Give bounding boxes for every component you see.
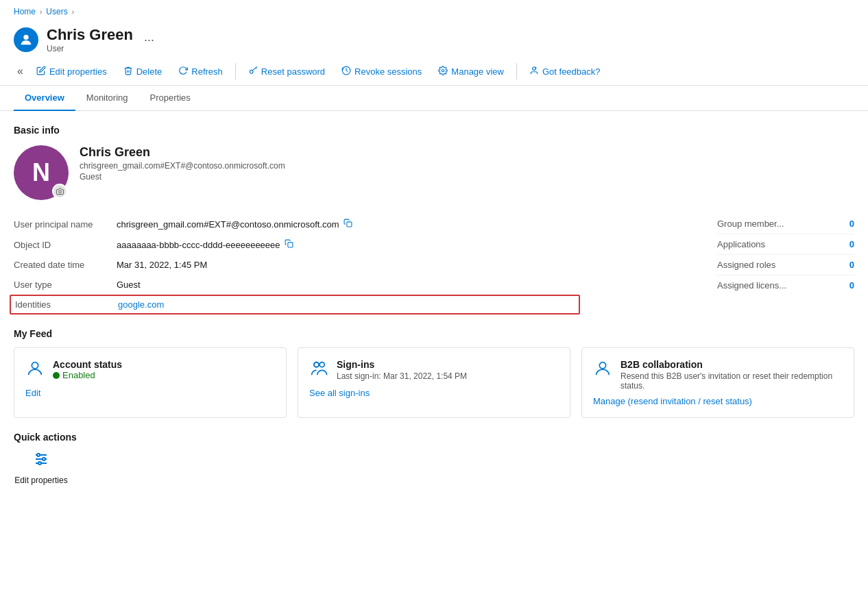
revoke-sessions-button[interactable]: Revoke sessions (335, 62, 429, 81)
stat-value-groupmembers[interactable]: 0 (849, 219, 854, 229)
info-row-created: Created date time Mar 31, 2022, 1:45 PM (14, 255, 690, 275)
basic-info-title: Basic info (14, 125, 854, 136)
breadcrumb: Home › Users › (0, 0, 868, 21)
delete-icon (123, 66, 133, 77)
svg-rect-8 (346, 222, 351, 227)
info-left: User principal name chrisgreen_gmail.com… (14, 214, 690, 314)
profile-type: Guest (80, 172, 285, 182)
stat-label-licenses: Assigned licens... (717, 280, 786, 291)
info-row-upn: User principal name chrisgreen_gmail.com… (14, 214, 690, 234)
account-status-title: Account status (53, 359, 122, 370)
svg-point-1 (250, 70, 253, 73)
clock-icon (341, 66, 351, 77)
quick-actions-title: Quick actions (14, 432, 854, 443)
refresh-button[interactable]: Refresh (171, 62, 230, 81)
account-status-info: Account status Enabled (53, 359, 122, 380)
tabs-nav: Overview Monitoring Properties (0, 86, 868, 111)
tab-properties[interactable]: Properties (139, 86, 202, 111)
tab-overview[interactable]: Overview (14, 86, 75, 111)
created-label: Created date time (14, 260, 117, 270)
sign-ins-info: Sign-ins Last sign-in: Mar 31, 2022, 1:5… (337, 359, 467, 381)
b2b-collab-header: B2B collaboration Resend this B2B user's… (593, 359, 843, 391)
stat-value-licenses[interactable]: 0 (849, 280, 854, 291)
stat-label-roles: Assigned roles (717, 260, 775, 270)
feed-cards: Account status Enabled Edit (14, 347, 854, 418)
profile-details: Chris Green chrisgreen_gmail.com#EXT#@co… (80, 145, 285, 182)
svg-point-20 (38, 462, 41, 465)
account-status-edit-link[interactable]: Edit (25, 388, 275, 398)
profile-email: chrisgreen_gmail.com#EXT#@contoso.onmicr… (80, 161, 285, 171)
account-status-icon (25, 359, 45, 382)
stat-value-roles[interactable]: 0 (849, 260, 854, 270)
stat-assigned-licenses: Assigned licens... 0 (717, 275, 854, 295)
identities-value: google.com (118, 299, 164, 310)
stat-group-members: Group member... 0 (717, 214, 854, 234)
b2b-collab-icon (593, 359, 612, 382)
svg-line-3 (256, 67, 256, 68)
account-status-header: Account status Enabled (25, 359, 275, 382)
b2b-manage-link[interactable]: Manage (resend invitation / reset status… (593, 396, 843, 406)
svg-point-19 (43, 458, 45, 460)
svg-point-7 (58, 190, 61, 193)
breadcrumb-home[interactable]: Home (14, 7, 36, 16)
svg-rect-9 (287, 243, 292, 247)
svg-point-14 (599, 362, 605, 369)
svg-point-18 (37, 454, 40, 456)
sliders-icon (33, 451, 49, 471)
toolbar: « Edit properties Delete Refresh Reset (0, 58, 868, 86)
edit-properties-button[interactable]: Edit properties (29, 62, 114, 81)
stat-value-apps[interactable]: 0 (849, 239, 854, 249)
key-icon (248, 66, 258, 77)
sign-ins-header: Sign-ins Last sign-in: Mar 31, 2022, 1:5… (309, 359, 559, 382)
b2b-collab-info: B2B collaboration Resend this B2B user's… (620, 359, 843, 391)
my-feed-title: My Feed (14, 328, 854, 339)
info-grid: User principal name chrisgreen_gmail.com… (14, 214, 854, 314)
profile-name: Chris Green (80, 145, 285, 160)
feedback-icon (529, 66, 539, 77)
toolbar-divider-2 (516, 63, 517, 79)
identities-link[interactable]: google.com (118, 299, 164, 310)
breadcrumb-users[interactable]: Users (46, 7, 67, 16)
breadcrumb-sep-1: › (40, 8, 42, 16)
info-right: Group member... 0 Applications 0 Assigne… (717, 214, 854, 314)
account-status-card: Account status Enabled Edit (14, 347, 287, 418)
sign-ins-title: Sign-ins (337, 359, 467, 370)
upn-label: User principal name (14, 219, 117, 230)
profile-section: N Chris Green chrisgreen_gmail.com#EXT#@… (14, 145, 854, 200)
stat-label-groupmembers: Group member... (717, 219, 784, 229)
sign-ins-card: Sign-ins Last sign-in: Mar 31, 2022, 1:5… (298, 347, 570, 418)
svg-point-0 (23, 35, 28, 40)
usertype-label: User type (14, 280, 117, 290)
gear-icon (438, 66, 448, 77)
sign-ins-subtitle: Last sign-in: Mar 31, 2022, 1:54 PM (337, 371, 467, 381)
svg-point-13 (314, 362, 319, 367)
info-row-objectid: Object ID aaaaaaaa-bbbb-cccc-dddd-eeeeee… (14, 234, 690, 255)
avatar-camera-button[interactable] (52, 184, 67, 199)
refresh-icon (178, 66, 188, 77)
b2b-collab-card: B2B collaboration Resend this B2B user's… (581, 347, 854, 418)
got-feedback-button[interactable]: Got feedback? (522, 62, 607, 81)
avatar: N (14, 145, 69, 200)
svg-point-12 (320, 362, 324, 367)
info-row-identities: Identities google.com (10, 295, 580, 314)
stat-applications: Applications 0 (717, 234, 854, 255)
user-header-icon (14, 27, 38, 52)
manage-view-button[interactable]: Manage view (431, 62, 511, 81)
main-content: Basic info N Chris Green chrisgreen_gmai… (0, 111, 868, 499)
edit-icon (36, 66, 46, 77)
objectid-copy-icon[interactable] (285, 239, 293, 250)
more-menu-button[interactable]: ··· (144, 33, 154, 47)
usertype-value: Guest (117, 280, 141, 290)
quick-actions-list: Edit properties (14, 451, 854, 485)
delete-button[interactable]: Delete (117, 62, 169, 81)
tab-monitoring[interactable]: Monitoring (75, 86, 139, 111)
collapse-button[interactable]: « (14, 62, 27, 81)
quick-action-edit-properties[interactable]: Edit properties (14, 451, 69, 485)
reset-password-button[interactable]: Reset password (241, 62, 332, 81)
status-dot (53, 372, 60, 379)
upn-value: chrisgreen_gmail.com#EXT#@contoso.onmicr… (117, 219, 352, 230)
see-all-sign-ins-link[interactable]: See all sign-ins (309, 388, 559, 398)
upn-copy-icon[interactable] (343, 219, 352, 230)
stat-assigned-roles: Assigned roles 0 (717, 255, 854, 275)
user-header-info: Chris Green User (47, 26, 133, 53)
